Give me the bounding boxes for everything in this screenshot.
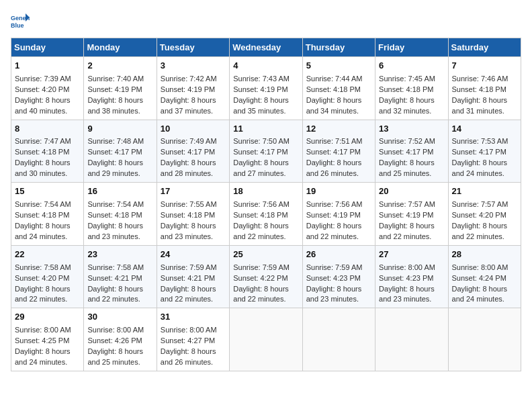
day-number: 13 <box>379 123 444 136</box>
day-info: Sunrise: 7:40 AM <box>87 74 152 85</box>
calendar-cell: 9Sunrise: 7:48 AMSunset: 4:17 PMDaylight… <box>84 120 157 183</box>
day-number: 20 <box>379 185 444 198</box>
day-info: Daylight: 8 hours <box>379 95 444 106</box>
calendar-cell: 8Sunrise: 7:47 AMSunset: 4:18 PMDaylight… <box>11 120 84 183</box>
day-number: 21 <box>452 185 517 198</box>
day-info: Daylight: 8 hours <box>161 284 226 295</box>
day-number: 26 <box>306 248 371 261</box>
calendar-cell: 4Sunrise: 7:43 AMSunset: 4:19 PMDaylight… <box>230 57 302 120</box>
weekday-header: Monday <box>84 38 157 57</box>
day-number: 22 <box>15 248 80 261</box>
day-number: 1 <box>15 60 80 73</box>
day-info: Sunrise: 7:53 AM <box>452 136 517 147</box>
day-info: Sunrise: 7:43 AM <box>233 74 298 85</box>
day-info: Sunset: 4:18 PM <box>15 210 80 221</box>
day-info: Sunrise: 7:56 AM <box>306 199 371 210</box>
day-info: Daylight: 8 hours <box>306 95 371 106</box>
calendar-cell: 6Sunrise: 7:45 AMSunset: 4:18 PMDaylight… <box>375 57 448 120</box>
calendar-cell: 7Sunrise: 7:46 AMSunset: 4:18 PMDaylight… <box>448 57 521 120</box>
day-info: Sunset: 4:20 PM <box>15 273 80 284</box>
day-info: Daylight: 8 hours <box>161 158 226 169</box>
day-info: Sunrise: 7:57 AM <box>379 199 444 210</box>
day-info: Sunset: 4:19 PM <box>233 85 298 95</box>
day-info: Sunset: 4:18 PM <box>233 210 298 221</box>
calendar-week-row: 1Sunrise: 7:39 AMSunset: 4:20 PMDaylight… <box>11 57 521 120</box>
day-info: Sunrise: 7:39 AM <box>15 74 80 85</box>
day-info: and 22 minutes. <box>379 232 444 242</box>
weekday-header: Wednesday <box>230 38 302 57</box>
day-info: Sunrise: 7:56 AM <box>233 199 298 210</box>
calendar-cell: 2Sunrise: 7:40 AMSunset: 4:19 PMDaylight… <box>84 57 157 120</box>
day-info: and 40 minutes. <box>15 106 80 117</box>
day-info: Daylight: 8 hours <box>233 158 298 169</box>
page-header: General Blue <box>11 11 521 30</box>
calendar-cell: 30Sunrise: 8:00 AMSunset: 4:26 PMDayligh… <box>84 308 157 371</box>
day-info: Sunrise: 7:57 AM <box>452 199 517 210</box>
day-info: Sunrise: 8:00 AM <box>379 263 444 273</box>
day-number: 23 <box>87 248 152 261</box>
day-info: Daylight: 8 hours <box>452 284 517 295</box>
day-info: Sunrise: 7:45 AM <box>379 74 444 85</box>
calendar-cell: 20Sunrise: 7:57 AMSunset: 4:19 PMDayligh… <box>375 183 448 246</box>
day-number: 14 <box>452 123 517 136</box>
calendar-week-row: 8Sunrise: 7:47 AMSunset: 4:18 PMDaylight… <box>11 120 521 183</box>
day-info: Daylight: 8 hours <box>87 221 152 232</box>
day-info: and 28 minutes. <box>161 169 226 179</box>
day-number: 19 <box>306 185 371 198</box>
day-info: Sunrise: 7:49 AM <box>161 136 226 147</box>
day-info: Daylight: 8 hours <box>452 158 517 169</box>
day-number: 16 <box>87 185 152 198</box>
day-info: and 22 minutes. <box>306 232 371 242</box>
day-number: 15 <box>15 185 80 198</box>
calendar-cell: 18Sunrise: 7:56 AMSunset: 4:18 PMDayligh… <box>230 183 302 246</box>
day-info: Sunset: 4:25 PM <box>15 336 80 347</box>
day-info: Sunrise: 8:00 AM <box>161 325 226 336</box>
calendar-cell: 16Sunrise: 7:54 AMSunset: 4:18 PMDayligh… <box>84 183 157 246</box>
day-info: and 35 minutes. <box>233 106 298 117</box>
day-info: Daylight: 8 hours <box>379 284 444 295</box>
day-number: 9 <box>87 123 152 136</box>
day-info: Sunset: 4:17 PM <box>379 147 444 158</box>
day-info: and 32 minutes. <box>379 106 444 117</box>
day-info: Sunrise: 7:55 AM <box>161 199 226 210</box>
day-info: and 25 minutes. <box>87 357 152 368</box>
day-number: 17 <box>161 185 226 198</box>
day-number: 28 <box>452 248 517 261</box>
day-info: Sunset: 4:20 PM <box>15 85 80 95</box>
calendar-cell: 25Sunrise: 7:59 AMSunset: 4:22 PMDayligh… <box>230 245 302 308</box>
day-number: 25 <box>233 248 298 261</box>
calendar-header-row: SundayMondayTuesdayWednesdayThursdayFrid… <box>11 38 521 57</box>
calendar-body: 1Sunrise: 7:39 AMSunset: 4:20 PMDaylight… <box>11 57 521 371</box>
day-info: Sunset: 4:18 PM <box>379 85 444 95</box>
day-info: Sunrise: 7:58 AM <box>15 263 80 273</box>
weekday-header: Sunday <box>11 38 84 57</box>
day-info: Sunset: 4:19 PM <box>161 85 226 95</box>
day-info: Daylight: 8 hours <box>161 221 226 232</box>
day-info: Daylight: 8 hours <box>87 158 152 169</box>
calendar-cell <box>302 308 375 371</box>
day-info: Daylight: 8 hours <box>15 347 80 357</box>
day-info: Sunrise: 7:47 AM <box>15 136 80 147</box>
day-info: and 24 minutes. <box>15 357 80 368</box>
day-info: Sunrise: 7:52 AM <box>379 136 444 147</box>
day-info: Daylight: 8 hours <box>452 95 517 106</box>
calendar-week-row: 29Sunrise: 8:00 AMSunset: 4:25 PMDayligh… <box>11 308 521 371</box>
day-info: Daylight: 8 hours <box>306 284 371 295</box>
day-number: 30 <box>87 311 152 324</box>
logo: General Blue <box>11 11 32 30</box>
day-info: Daylight: 8 hours <box>233 221 298 232</box>
day-info: Daylight: 8 hours <box>15 284 80 295</box>
day-info: Sunset: 4:17 PM <box>161 147 226 158</box>
calendar-cell <box>375 308 448 371</box>
day-info: Sunset: 4:19 PM <box>306 210 371 221</box>
day-number: 27 <box>379 248 444 261</box>
calendar-cell: 17Sunrise: 7:55 AMSunset: 4:18 PMDayligh… <box>157 183 229 246</box>
day-info: Sunset: 4:23 PM <box>379 273 444 284</box>
day-info: Daylight: 8 hours <box>161 347 226 357</box>
day-info: and 26 minutes. <box>306 169 371 179</box>
day-info: Sunrise: 7:59 AM <box>233 263 298 273</box>
day-info: Daylight: 8 hours <box>233 284 298 295</box>
day-info: Daylight: 8 hours <box>306 221 371 232</box>
day-info: and 22 minutes. <box>233 294 298 305</box>
day-info: and 37 minutes. <box>161 106 226 117</box>
